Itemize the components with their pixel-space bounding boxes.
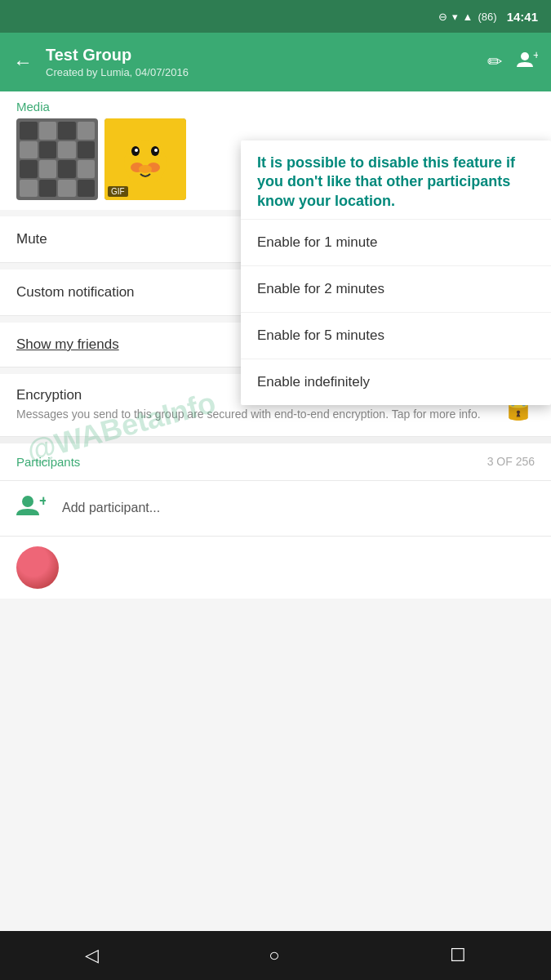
- gif-badge: GIF: [108, 186, 128, 197]
- avatar: [16, 546, 59, 589]
- add-participant-row[interactable]: + Add participant...: [0, 481, 551, 537]
- participants-count: 3 OF 256: [487, 455, 535, 468]
- media-section-label: Media: [0, 91, 551, 118]
- wifi-icon: ▾: [452, 11, 458, 23]
- dropdown-item-5min[interactable]: Enable for 5 minutes: [241, 312, 551, 359]
- dropdown-item-2min[interactable]: Enable for 2 minutes: [241, 265, 551, 312]
- svg-point-2: [124, 140, 167, 185]
- add-person-icon[interactable]: +: [517, 51, 538, 74]
- dropdown-menu: It is possible to disable this feature i…: [241, 140, 551, 405]
- minus-icon: ⊖: [438, 11, 447, 23]
- group-title: Test Group: [46, 46, 474, 65]
- svg-text:+: +: [39, 494, 46, 509]
- custom-notification-label: Custom notification: [16, 284, 135, 301]
- media-thumb-keyboard[interactable]: [16, 118, 98, 200]
- battery-icon: (86): [478, 11, 496, 23]
- header: ← Test Group Created by Lumia, 04/07/201…: [0, 33, 551, 91]
- dropdown-item-indefinitely[interactable]: Enable indefinitely: [241, 359, 551, 405]
- group-subtitle: Created by Lumia, 04/07/2016: [46, 66, 474, 78]
- svg-point-7: [135, 149, 138, 152]
- status-bar: ⊖ ▾ ▲ (86) 14:41: [0, 0, 551, 33]
- media-thumb-pikachu[interactable]: GIF: [104, 118, 186, 200]
- mute-label: Mute: [16, 231, 47, 247]
- content-area: Media: [0, 91, 551, 931]
- show-friends-label: Show my friends: [16, 336, 119, 353]
- svg-point-12: [22, 496, 33, 507]
- bottom-nav: ◁ ○ ☐: [0, 931, 551, 980]
- participants-label: Participants: [16, 455, 80, 469]
- header-actions: ✏ +: [487, 51, 538, 74]
- dropdown-item-1min[interactable]: Enable for 1 minute: [241, 219, 551, 265]
- participants-header: Participants 3 OF 256: [0, 443, 551, 481]
- svg-point-0: [521, 52, 529, 60]
- dropdown-header: It is possible to disable this feature i…: [241, 140, 551, 219]
- svg-point-8: [154, 149, 158, 152]
- participant-row[interactable]: [0, 537, 551, 599]
- header-title-block: Test Group Created by Lumia, 04/07/2016: [46, 46, 474, 78]
- nav-home-button[interactable]: ○: [269, 945, 279, 966]
- nav-recent-button[interactable]: ☐: [450, 945, 466, 966]
- back-button[interactable]: ←: [13, 51, 33, 74]
- nav-back-button[interactable]: ◁: [85, 945, 99, 966]
- signal-icon: ▲: [463, 11, 473, 23]
- add-participant-label: Add participant...: [62, 501, 160, 515]
- status-time: 14:41: [507, 10, 538, 24]
- avatar-image: [16, 546, 59, 589]
- section-divider: [0, 437, 551, 443]
- edit-icon[interactable]: ✏: [487, 51, 502, 73]
- svg-text:+: +: [533, 51, 538, 61]
- svg-point-11: [139, 165, 152, 173]
- add-participant-icon: +: [16, 494, 46, 523]
- encryption-desc: Messages you send to this group are secu…: [16, 407, 492, 423]
- status-icons: ⊖ ▾ ▲ (86) 14:41: [438, 10, 538, 24]
